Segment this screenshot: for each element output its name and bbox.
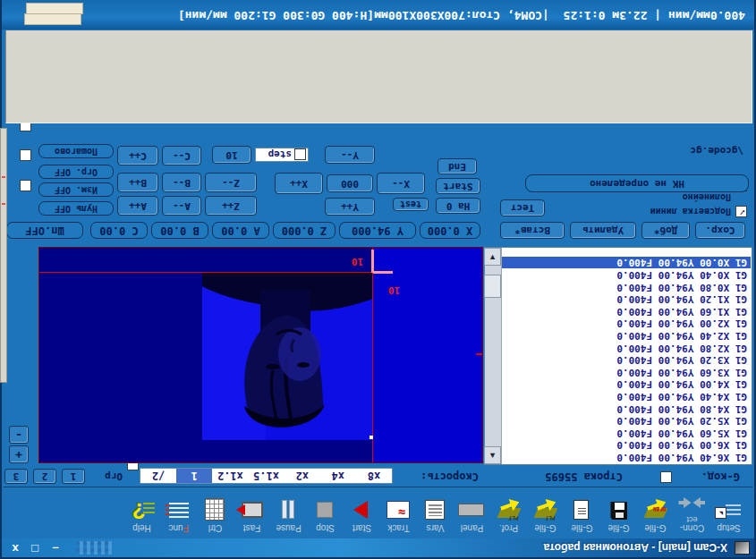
toolbar-button[interactable]: Pause: [270, 497, 307, 532]
speed-option[interactable]: /2: [140, 469, 176, 483]
start-from-line-button[interactable]: Start: [436, 178, 480, 194]
step-mode-field[interactable]: step: [255, 148, 309, 162]
speed-selector[interactable]: x8x4x2x1.5x1.21/2: [140, 468, 393, 484]
gcode-line[interactable]: G1 X5.20 Y94.00 F400.0: [502, 415, 751, 428]
gcode-line[interactable]: G1 X1.60 Y94.00 F400.0: [502, 305, 751, 318]
gcode-list[interactable]: G1 X6.40 Y94.00 F400.0G1 X6.00 Y94.00 F4…: [502, 249, 751, 463]
toolbar-button[interactable]: Func: [160, 497, 197, 532]
zoom-out-button[interactable]: -: [9, 426, 29, 444]
jog-a-plus-button[interactable]: A++: [117, 196, 158, 216]
insert-button[interactable]: Встав*: [500, 222, 565, 239]
jog-zero-button[interactable]: 000: [327, 174, 373, 192]
toolbar-button[interactable]: Fast: [234, 497, 270, 532]
preview-canvas[interactable]: 10 10: [38, 247, 483, 463]
title-bar[interactable]: X-Cam [main] - Автономная работа: [2, 538, 754, 557]
toolbar-button[interactable]: Track: [380, 497, 417, 532]
gcode-line[interactable]: G1 X1.20 Y94.00 F400.0: [502, 293, 751, 306]
gcode-line[interactable]: G1 X5.60 Y94.00 F400.0: [502, 427, 751, 439]
toolbar-button[interactable]: Ctrl: [197, 497, 234, 532]
gcode-line[interactable]: G1 X2.40 Y94.00 F400.0: [502, 329, 751, 342]
jog-x-plus-button[interactable]: X++: [275, 173, 323, 194]
gcode-line[interactable]: G1 X0.00 Y94.00 F400.0: [502, 257, 751, 269]
gcode-checkbox[interactable]: [660, 471, 672, 483]
axis-z-readout: Z 0.000: [273, 222, 336, 239]
add-button[interactable]: Доб*: [641, 222, 690, 239]
save-button[interactable]: Сохр.: [695, 222, 745, 239]
gcode-line[interactable]: G1 X6.00 Y94.00 F400.0: [502, 439, 751, 452]
toolbar-button[interactable]: Setup: [710, 497, 747, 532]
toolbar-icon: [239, 497, 266, 521]
speed-option[interactable]: x1.5: [248, 469, 284, 483]
jog-c-minus-button[interactable]: C--: [162, 146, 201, 165]
profile-button-1[interactable]: 1: [62, 469, 85, 484]
toolbar: Setup Conn- ect G-file OPEN: [4, 487, 752, 538]
toolbar-button[interactable]: Vars: [417, 497, 454, 532]
zoom-in-button[interactable]: +: [9, 445, 29, 463]
toolbar-button[interactable]: Panel: [454, 497, 490, 532]
null-off-checkbox[interactable]: [20, 180, 31, 191]
speed-option[interactable]: x2: [285, 469, 320, 483]
gcode-line[interactable]: G1 X4.40 Y94.00 F400.0: [502, 390, 751, 402]
speed-option[interactable]: x4: [320, 469, 356, 483]
icon-badge-text: OPEN: [653, 506, 666, 512]
toolbar-button-label: Vars: [427, 523, 445, 532]
speed-limit-label: Огр: [105, 470, 123, 482]
toolbar-button[interactable]: Stop: [307, 497, 344, 532]
jog-b-plus-button[interactable]: B++: [117, 173, 158, 192]
toolbar-button[interactable]: Start: [344, 497, 380, 532]
gcode-line[interactable]: G1 X4.00 Y94.00 F400.0: [502, 378, 751, 391]
step-size-field[interactable]: 10: [212, 146, 251, 164]
toolbar-button[interactable]: Prof. PLT: [490, 497, 527, 532]
test-button-ru[interactable]: Тест: [500, 199, 545, 216]
jog-z-plus-button[interactable]: Z++: [205, 196, 257, 216]
gcode-scrollbar[interactable]: ▲ ▼: [485, 248, 502, 464]
status-indicator-box-1: [24, 13, 81, 25]
gcode-line[interactable]: G1 X2.80 Y94.00 F400.0: [502, 342, 751, 354]
gcode-line[interactable]: G1 X2.00 Y94.00 F400.0: [502, 318, 751, 330]
step-checkbox[interactable]: [294, 149, 306, 161]
toolbar-button[interactable]: Conn- ect: [674, 489, 710, 532]
gcode-line[interactable]: G1 X0.80 Y94.00 F400.0: [502, 281, 751, 293]
highlight-line-checkbox[interactable]: [735, 206, 747, 217]
close-button[interactable]: x: [7, 542, 23, 555]
jog-y-plus-button[interactable]: Y++: [325, 198, 375, 216]
speed-option[interactable]: x8: [356, 469, 392, 483]
jog-a-minus-button[interactable]: A--: [162, 196, 201, 216]
home-button[interactable]: На 0: [436, 198, 480, 214]
jog-b-minus-button[interactable]: B--: [162, 173, 201, 192]
gcode-line[interactable]: G1 X3.20 Y94.00 F400.0: [502, 354, 751, 367]
toolbar-button[interactable]: Help: [123, 497, 160, 532]
test-button-en[interactable]: test: [393, 198, 429, 211]
delete-button[interactable]: Удалить: [570, 222, 636, 239]
izm-off-checkbox[interactable]: [20, 149, 31, 161]
toolbar-button-label: G-file: [535, 523, 556, 532]
gcode-line[interactable]: G1 X6.40 Y94.00 F400.0: [502, 451, 751, 463]
speed-label: Скорость:: [420, 470, 479, 483]
toolbar-button[interactable]: G-file: [600, 497, 637, 532]
toolbar-icon: [459, 497, 486, 521]
scroll-down-icon[interactable]: ▼: [484, 248, 501, 266]
speed-option[interactable]: 1: [176, 469, 212, 483]
toolbar-icon: PLT: [496, 497, 522, 521]
end-button[interactable]: End: [437, 158, 477, 174]
profile-button-2[interactable]: 2: [33, 469, 56, 484]
toolbar-button-label: Start: [353, 523, 371, 532]
gcode-line[interactable]: G1 X0.40 Y94.00 F400.0: [502, 269, 751, 282]
toolbar-button[interactable]: G-file: [564, 497, 600, 532]
maximize-button[interactable]: □: [27, 542, 43, 555]
gcode-line[interactable]: G1 X3.60 Y94.00 F400.0: [502, 366, 751, 378]
scroll-up-icon[interactable]: ▲: [484, 446, 501, 464]
profile-button-3[interactable]: 3: [4, 469, 28, 484]
speed-option[interactable]: x1.2: [212, 469, 248, 483]
jog-z-minus-button[interactable]: Z--: [205, 173, 257, 192]
gcode-line[interactable]: G1 X4.80 Y94.00 F400.0: [502, 402, 751, 415]
toolbar-button-label: G-file: [572, 523, 593, 532]
jog-x-minus-button[interactable]: X--: [377, 173, 425, 194]
jog-c-plus-button[interactable]: C++: [117, 146, 158, 165]
scrollbar-thumb[interactable]: [484, 275, 501, 298]
minimize-button[interactable]: –: [47, 542, 64, 555]
right-edge-splitter[interactable]: [0, 128, 7, 383]
jog-y-minus-button[interactable]: Y--: [325, 146, 375, 164]
toolbar-button[interactable]: G-file PLT: [527, 497, 564, 532]
toolbar-button[interactable]: G-file OPEN: [637, 497, 674, 532]
